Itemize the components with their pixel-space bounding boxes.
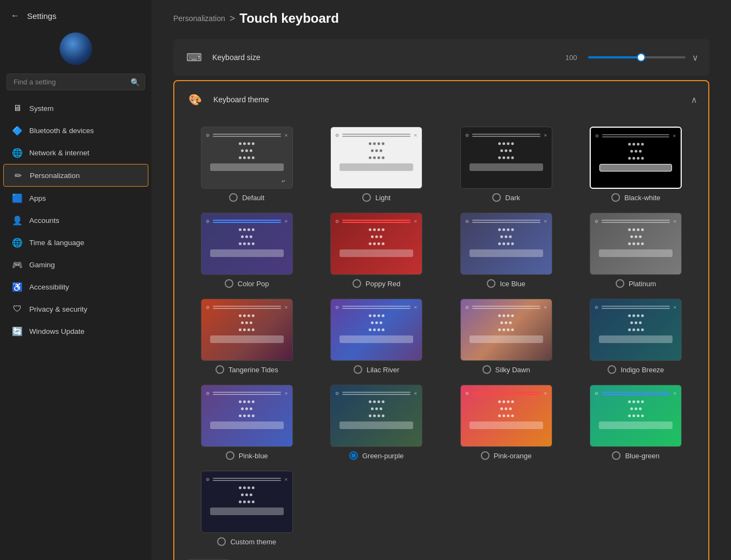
chevron-up-icon: ∧ <box>691 95 697 105</box>
search-icon: 🔍 <box>130 78 140 87</box>
theme-item-silky[interactable]: ⚙✕ Silky Dawn <box>447 299 566 374</box>
theme-name-colorpop: Color Pop <box>238 280 269 288</box>
sidebar-item-system[interactable]: 🖥 System <box>3 97 148 119</box>
slider-container <box>588 56 686 58</box>
theme-name-indigo: Indigo Breeze <box>621 366 664 374</box>
theme-preview-indigo: ⚙✕ <box>590 299 682 361</box>
theme-item-indigo[interactable]: ⚙✕ Indigo Breeze <box>577 299 696 374</box>
radio-bluegreen[interactable] <box>612 451 621 460</box>
personalization-icon: ✏ <box>12 170 23 181</box>
keyboard-size-slider[interactable] <box>588 56 686 58</box>
theme-name-pinkblue: Pink-blue <box>239 452 268 460</box>
sidebar-item-label: Personalization <box>30 172 80 180</box>
theme-item-custom[interactable]: ⚙✕ Custom theme <box>187 471 306 546</box>
radio-pinkorange[interactable] <box>481 451 489 460</box>
avatar <box>60 32 92 65</box>
keyboard-size-icon: ⌨ <box>184 48 204 67</box>
privacy-icon: 🛡 <box>12 304 23 314</box>
sidebar-item-bluetooth[interactable]: 🔷 Bluetooth & devices <box>3 120 148 141</box>
keyboard-theme-header[interactable]: 🎨 Keyboard theme ∧ <box>174 81 708 118</box>
radio-custom[interactable] <box>217 537 226 546</box>
theme-item-pinkblue[interactable]: ⚙✕ Pink-blue <box>187 385 306 460</box>
theme-preview-bluegreen: ⚙✕ <box>590 385 682 447</box>
keyboard-theme-label: Keyboard theme <box>213 95 682 104</box>
theme-preview-pinkblue: ⚙✕ <box>201 385 293 447</box>
breadcrumb-parent[interactable]: Personalization <box>173 14 225 23</box>
theme-name-iceblue: Ice Blue <box>500 280 525 288</box>
sidebar-item-time[interactable]: 🌐 Time & language <box>3 232 148 253</box>
sidebar-header: ← Settings <box>0 0 152 27</box>
keyboard-size-controls: 100 ∨ <box>565 52 699 63</box>
radio-iceblue[interactable] <box>487 279 495 288</box>
radio-pinkblue[interactable] <box>226 451 234 460</box>
theme-grid: ⚙✕ ↵ Default ⚙✕ <box>174 118 708 559</box>
theme-preview-iceblue: ⚙✕ <box>460 213 552 275</box>
gaming-icon: 🎮 <box>12 259 23 270</box>
accounts-icon: 👤 <box>12 215 23 226</box>
theme-name-platinum: Platinum <box>629 280 656 288</box>
radio-bw[interactable] <box>611 193 620 202</box>
theme-name-dark: Dark <box>505 194 520 202</box>
theme-preview-platinum: ⚙✕ <box>590 213 682 275</box>
theme-item-blackwhite[interactable]: ⚙✕ Black-white <box>577 127 696 202</box>
system-icon: 🖥 <box>12 103 23 114</box>
theme-item-bluegreen[interactable]: ⚙✕ Blue-green <box>577 385 696 460</box>
sidebar-item-network[interactable]: 🌐 Network & internet <box>3 142 148 163</box>
sidebar-item-label: Gaming <box>29 261 55 269</box>
theme-name-pinkorange: Pink-orange <box>494 452 532 460</box>
radio-indigo[interactable] <box>608 365 616 374</box>
theme-preview-greenpurple: ⚙✕ <box>330 385 422 447</box>
sidebar-item-gaming[interactable]: 🎮 Gaming <box>3 254 148 275</box>
sidebar-item-accounts[interactable]: 👤 Accounts <box>3 209 148 231</box>
theme-preview-tangerine: ⚙✕ <box>201 299 293 361</box>
theme-item-colorpop[interactable]: ⚙✕ Color Pop <box>187 213 306 288</box>
theme-item-greenpurple[interactable]: ⚙✕ Green-purple <box>317 385 436 460</box>
keyboard-size-label: Keyboard size <box>212 53 557 62</box>
bluetooth-icon: 🔷 <box>12 125 23 136</box>
radio-dark[interactable] <box>492 193 501 202</box>
theme-item-poppyred[interactable]: ⚙✕ Poppy Red <box>317 213 436 288</box>
page-title: Touch keyboard <box>239 11 339 26</box>
radio-tangerine[interactable] <box>216 365 224 374</box>
accessibility-icon: ♿ <box>12 281 23 292</box>
theme-name-tangerine: Tangerine Tides <box>229 366 278 374</box>
theme-preview-dark: ⚙✕ <box>460 127 552 189</box>
radio-lilac[interactable] <box>354 365 362 374</box>
radio-greenpurple[interactable] <box>349 451 358 460</box>
theme-item-pinkorange[interactable]: ⚙✕ Pink-orange <box>447 385 566 460</box>
breadcrumb: Personalization > Touch keyboard <box>173 11 709 26</box>
apps-icon: 🟦 <box>12 193 23 203</box>
theme-item-lilac[interactable]: ⚙✕ Lilac River <box>317 299 436 374</box>
theme-item-platinum[interactable]: ⚙✕ Platinum <box>577 213 696 288</box>
theme-preview-poppyred: ⚙✕ <box>330 213 422 275</box>
slider-value: 100 <box>565 54 582 62</box>
sidebar-item-privacy[interactable]: 🛡 Privacy & security <box>3 298 148 320</box>
theme-item-iceblue[interactable]: ⚙✕ Ice Blue <box>447 213 566 288</box>
theme-item-dark[interactable]: ⚙✕ Dark <box>447 127 566 202</box>
theme-preview-light: ⚙✕ <box>330 127 422 189</box>
time-icon: 🌐 <box>12 237 23 248</box>
theme-name-custom: Custom theme <box>230 538 276 546</box>
theme-item-tangerine[interactable]: ⚙✕ Tangerine Tides <box>187 299 306 374</box>
keyboard-size-row[interactable]: ⌨ Keyboard size 100 ∨ <box>173 39 709 76</box>
theme-name-poppyred: Poppy Red <box>366 280 400 288</box>
radio-light[interactable] <box>362 193 371 202</box>
sidebar-item-apps[interactable]: 🟦 Apps <box>3 187 148 209</box>
sidebar-item-update[interactable]: 🔄 Windows Update <box>3 320 148 342</box>
radio-poppyred[interactable] <box>353 279 361 288</box>
theme-item-default[interactable]: ⚙✕ ↵ Default <box>187 127 306 202</box>
back-button[interactable]: ← <box>9 9 22 23</box>
sidebar-item-label: Network & internet <box>29 149 89 157</box>
theme-preview-silky: ⚙✕ <box>460 299 552 361</box>
radio-silky[interactable] <box>482 365 491 374</box>
search-input[interactable] <box>6 74 145 90</box>
theme-name-greenpurple: Green-purple <box>362 452 404 460</box>
sidebar-item-accessibility[interactable]: ♿ Accessibility <box>3 276 148 298</box>
theme-icon: 🎨 <box>185 90 205 109</box>
radio-default[interactable] <box>229 193 238 202</box>
radio-colorpop[interactable] <box>225 279 233 288</box>
radio-platinum[interactable] <box>616 279 624 288</box>
search-box: 🔍 <box>6 74 145 90</box>
theme-item-light[interactable]: ⚙✕ Light <box>317 127 436 202</box>
sidebar-item-personalization[interactable]: ✏ Personalization <box>3 164 148 187</box>
